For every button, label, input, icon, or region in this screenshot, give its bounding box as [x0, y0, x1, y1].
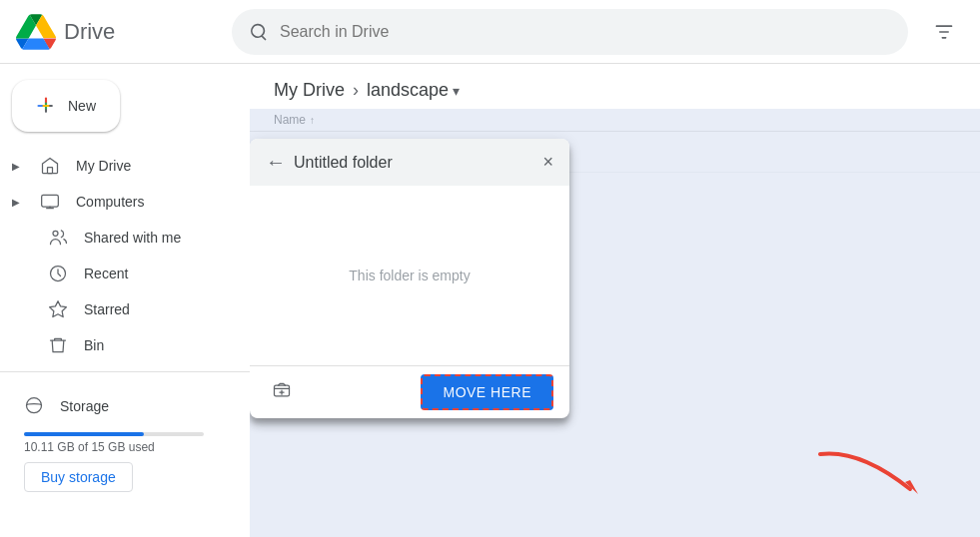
dialog-back-button[interactable]: ← — [266, 151, 286, 174]
sidebar: New ▶ My Drive ▶ Computers Shared with m… — [0, 64, 250, 537]
content-area: Name ↑ Untitled folder ← Untitled folder — [250, 109, 980, 537]
shared-icon — [48, 228, 68, 248]
storage-used-text: 10.11 GB of 15 GB used — [24, 440, 226, 454]
breadcrumb-my-drive[interactable]: My Drive — [274, 80, 345, 101]
layout: New ▶ My Drive ▶ Computers Shared with m… — [0, 64, 980, 537]
new-folder-button[interactable] — [266, 376, 298, 408]
storage-bar-fill — [24, 432, 144, 436]
plus-icon — [36, 96, 56, 116]
sidebar-item-computers[interactable]: ▶ Computers — [0, 184, 234, 220]
computers-icon — [40, 192, 60, 212]
new-folder-icon — [272, 380, 292, 405]
breadcrumb-current-folder[interactable]: landscape ▾ — [367, 80, 460, 101]
starred-icon — [48, 299, 68, 319]
dialog-title: Untitled folder — [294, 154, 534, 172]
recent-label: Recent — [84, 266, 128, 281]
bin-label: Bin — [84, 337, 104, 353]
storage-icon — [24, 396, 44, 416]
chevron-down-icon: ▾ — [453, 83, 460, 99]
move-dialog-overlay: ← Untitled folder × This folder is empty — [250, 109, 980, 537]
starred-label: Starred — [84, 301, 130, 317]
filter-settings-button[interactable] — [924, 12, 964, 52]
logo-area: Drive — [16, 12, 216, 52]
storage-label: Storage — [60, 398, 109, 414]
header-right — [924, 12, 964, 52]
back-icon: ← — [266, 151, 286, 174]
sidebar-item-shared[interactable]: Shared with me — [0, 220, 234, 256]
buy-storage-button[interactable]: Buy storage — [24, 462, 133, 492]
main-content: My Drive › landscape ▾ Name ↑ Untitled f… — [250, 64, 980, 537]
breadcrumb-separator: › — [353, 80, 359, 101]
search-icon — [248, 22, 268, 42]
sidebar-item-starred[interactable]: Starred — [0, 291, 234, 327]
search-input[interactable] — [280, 23, 892, 41]
dialog-body: This folder is empty — [250, 186, 569, 365]
sidebar-item-my-drive[interactable]: ▶ My Drive — [0, 148, 234, 184]
dialog-close-button[interactable]: × — [542, 152, 553, 173]
close-icon: × — [542, 152, 553, 173]
expand-icon-computers: ▶ — [8, 194, 24, 210]
bin-icon — [48, 335, 68, 355]
shared-label: Shared with me — [84, 230, 181, 246]
dialog-header: ← Untitled folder × — [250, 139, 569, 186]
new-button[interactable]: New — [12, 80, 120, 132]
storage-bar-bg — [24, 432, 204, 436]
move-here-button[interactable]: MOVE HERE — [421, 374, 553, 410]
breadcrumb: My Drive › landscape ▾ — [250, 64, 980, 109]
empty-folder-text: This folder is empty — [349, 268, 470, 283]
new-button-label: New — [68, 98, 96, 114]
recent-icon — [48, 264, 68, 283]
svg-rect-6 — [42, 195, 59, 207]
dialog-footer: MOVE HERE — [250, 365, 569, 418]
filter-icon — [934, 22, 954, 42]
svg-rect-5 — [48, 168, 53, 174]
storage-section: Storage 10.11 GB of 15 GB used Buy stora… — [0, 380, 250, 500]
move-dialog: ← Untitled folder × This folder is empty — [250, 139, 569, 418]
computers-label: Computers — [76, 194, 144, 210]
my-drive-icon — [40, 156, 60, 176]
sidebar-item-bin[interactable]: Bin — [0, 327, 234, 363]
sidebar-item-recent[interactable]: Recent — [0, 256, 234, 291]
red-arrow-indicator — [810, 444, 930, 517]
sidebar-divider — [0, 371, 250, 372]
my-drive-label: My Drive — [76, 158, 131, 174]
storage-item: Storage — [24, 388, 226, 424]
search-bar[interactable] — [232, 9, 908, 55]
header: Drive — [0, 0, 980, 64]
expand-icon: ▶ — [8, 158, 24, 174]
drive-logo-icon — [16, 12, 56, 52]
logo-text: Drive — [64, 19, 115, 45]
svg-point-7 — [53, 231, 58, 236]
